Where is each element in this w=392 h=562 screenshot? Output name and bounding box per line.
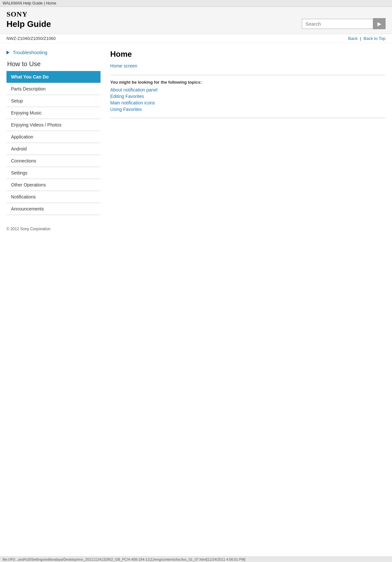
related-topics-section: You might be looking for the following t… <box>110 75 386 118</box>
content-area: Home Home screen You might be looking fo… <box>107 50 386 215</box>
sony-logo: SONY <box>6 10 51 18</box>
back-link[interactable]: Back <box>348 36 358 41</box>
sidebar-item-enjoying-videos-photos[interactable]: Enjoying Videos / Photos <box>6 119 101 131</box>
footer: © 2012 Sony Corporation <box>0 221 392 236</box>
copyright-text: © 2012 Sony Corporation <box>6 227 51 231</box>
search-input[interactable] <box>302 19 373 29</box>
search-button[interactable]: ▶ <box>373 18 386 29</box>
search-area: ▶ <box>302 18 386 29</box>
home-screen-link[interactable]: Home screen <box>110 63 137 68</box>
model-number: NWZ-Z1040/Z1050/Z1060 <box>6 36 56 41</box>
topic-link-3[interactable]: Using Favorites <box>110 107 386 112</box>
content-title: Home <box>110 50 386 59</box>
subheader: NWZ-Z1040/Z1050/Z1060 Back | Back to Top <box>0 34 392 43</box>
sidebar-items: What You Can DoParts DescriptionSetupEnj… <box>6 71 101 215</box>
how-to-use-label: How to Use <box>6 60 101 68</box>
topic-links-container: About notification panelEditing Favorite… <box>110 87 386 112</box>
header: SONY Help Guide ▶ <box>0 7 392 34</box>
topic-link-2[interactable]: Main notification icons <box>110 100 386 105</box>
sidebar-item-other-operations[interactable]: Other Operations <box>6 179 101 191</box>
sidebar-item-what-you-can-do[interactable]: What You Can Do <box>6 71 101 83</box>
related-topics-label: You might be looking for the following t… <box>110 80 386 85</box>
sidebar-item-parts-description[interactable]: Parts Description <box>6 83 101 95</box>
logo-area: SONY Help Guide <box>6 10 51 29</box>
nav-links: Back | Back to Top <box>348 36 386 41</box>
help-guide-title: Help Guide <box>6 19 51 29</box>
sidebar-item-settings[interactable]: Settings <box>6 167 101 179</box>
sidebar: Troubleshooting How to Use What You Can … <box>6 50 101 215</box>
sidebar-item-application[interactable]: Application <box>6 131 101 143</box>
main-layout: Troubleshooting How to Use What You Can … <box>0 43 392 221</box>
sidebar-item-setup[interactable]: Setup <box>6 95 101 107</box>
back-to-top-link[interactable]: Back to Top <box>363 36 386 41</box>
sidebar-item-notifications[interactable]: Notifications <box>6 191 101 203</box>
troubleshooting-link[interactable]: Troubleshooting <box>6 50 101 55</box>
search-icon: ▶ <box>377 21 381 27</box>
topic-link-1[interactable]: Editing Favorites <box>110 94 386 99</box>
troubleshooting-label: Troubleshooting <box>13 50 47 55</box>
topic-link-0[interactable]: About notification panel <box>110 87 386 92</box>
nav-separator: | <box>360 36 362 41</box>
browser-title-text: WALKMAN Help Guide | Home <box>3 1 56 6</box>
sidebar-item-enjoying-music[interactable]: Enjoying Music <box>6 107 101 119</box>
sidebar-item-android[interactable]: Android <box>6 143 101 155</box>
sidebar-item-announcements[interactable]: Announcements <box>6 203 101 215</box>
browser-titlebar: WALKMAN Help Guide | Home <box>0 0 392 7</box>
sidebar-item-connections[interactable]: Connections <box>6 155 101 167</box>
chevron-right-icon <box>6 51 9 54</box>
